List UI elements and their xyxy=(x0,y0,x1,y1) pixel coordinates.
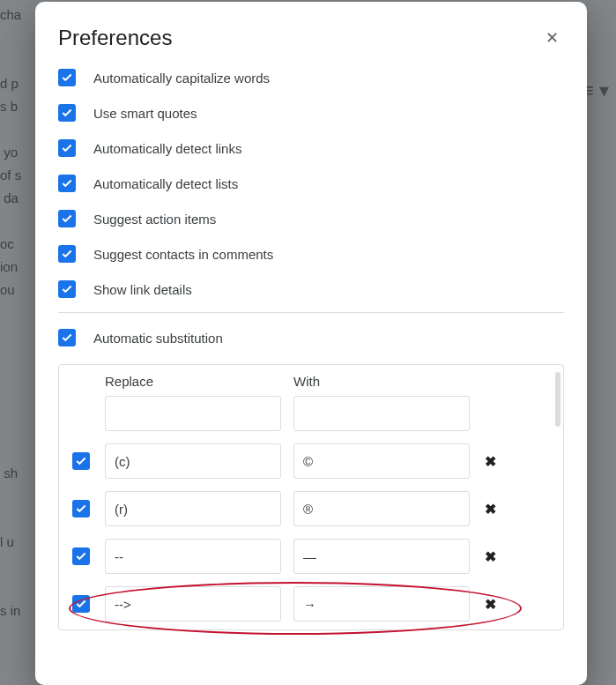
check-icon xyxy=(61,248,73,260)
suggest-contacts-checkbox[interactable] xyxy=(58,245,76,263)
check-icon xyxy=(61,212,73,225)
detect-links-label: Automatically detect links xyxy=(93,141,241,156)
auto-cap-checkbox[interactable] xyxy=(58,69,76,86)
check-icon xyxy=(61,71,73,84)
replace-input[interactable] xyxy=(105,491,281,526)
delete-row-button[interactable]: ✖ xyxy=(482,548,498,565)
suggest-actions-label: Suggest action items xyxy=(93,212,216,227)
delete-row-button[interactable]: ✖ xyxy=(482,596,498,613)
substitution-row: ✖ xyxy=(70,586,553,622)
with-input[interactable] xyxy=(293,396,470,431)
with-input[interactable] xyxy=(293,586,470,622)
substitution-table: Replace With ✖✖✖✖ xyxy=(58,364,564,630)
row-enable-checkbox[interactable] xyxy=(72,595,90,613)
with-input[interactable] xyxy=(293,539,470,574)
show-link-details-label: Show link details xyxy=(93,282,192,297)
check-icon xyxy=(61,142,73,154)
column-header-with: With xyxy=(293,374,470,389)
close-icon: ✕ xyxy=(545,29,559,47)
divider xyxy=(58,312,564,313)
dialog-title: Preferences xyxy=(58,26,172,50)
replace-input[interactable] xyxy=(105,586,281,622)
check-icon xyxy=(75,598,87,610)
row-enable-checkbox[interactable] xyxy=(72,547,90,565)
check-icon xyxy=(61,283,73,295)
substitution-row: ✖ xyxy=(70,443,553,479)
smart-quotes-label: Use smart quotes xyxy=(93,106,197,121)
replace-input[interactable] xyxy=(105,396,281,431)
check-icon xyxy=(75,503,87,515)
substitution-row: ✖ xyxy=(70,491,553,526)
close-button[interactable]: ✕ xyxy=(540,23,564,53)
substitution-row xyxy=(70,396,553,431)
with-input[interactable] xyxy=(293,491,470,526)
check-icon xyxy=(61,107,73,119)
auto-substitution-label: Automatic substitution xyxy=(93,331,223,346)
check-icon xyxy=(75,550,87,562)
with-input[interactable] xyxy=(293,443,470,479)
substitution-row: ✖ xyxy=(70,539,553,574)
check-icon xyxy=(61,177,73,190)
auto-substitution-checkbox[interactable] xyxy=(58,329,76,346)
detect-lists-label: Automatically detect lists xyxy=(93,176,238,191)
suggest-actions-checkbox[interactable] xyxy=(58,210,76,227)
detect-lists-checkbox[interactable] xyxy=(58,175,76,192)
detect-links-checkbox[interactable] xyxy=(58,139,76,157)
delete-row-button[interactable]: ✖ xyxy=(482,453,498,470)
show-link-details-checkbox[interactable] xyxy=(58,280,76,298)
column-header-replace: Replace xyxy=(105,374,281,389)
row-enable-checkbox[interactable] xyxy=(72,500,90,517)
auto-cap-label: Automatically capitalize words xyxy=(93,71,270,86)
scrollbar[interactable] xyxy=(555,372,560,427)
smart-quotes-checkbox[interactable] xyxy=(58,104,76,122)
check-icon xyxy=(75,455,87,467)
replace-input[interactable] xyxy=(105,443,281,479)
row-enable-checkbox[interactable] xyxy=(72,452,90,470)
delete-row-button[interactable]: ✖ xyxy=(482,501,498,517)
suggest-contacts-label: Suggest contacts in comments xyxy=(93,247,273,262)
replace-input[interactable] xyxy=(105,539,281,574)
preferences-dialog: Preferences ✕ Automatically capitalize w… xyxy=(35,2,587,685)
check-icon xyxy=(61,331,73,344)
